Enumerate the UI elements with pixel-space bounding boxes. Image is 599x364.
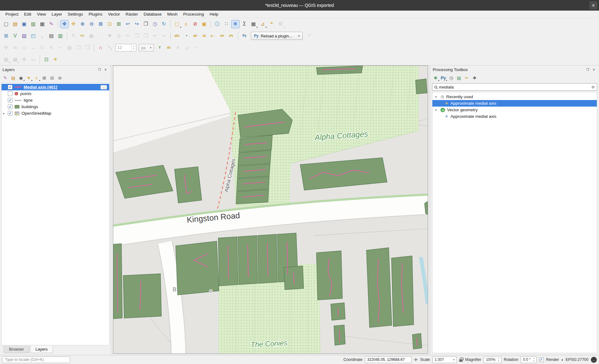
layer-row[interactable]: ✓Medial axis [401]… xyxy=(2,84,109,90)
menu-item-database[interactable]: Database xyxy=(141,11,164,17)
zoom-to-selected-layer[interactable]: ⊡ xyxy=(42,55,51,64)
digitize-with-segment[interactable]: ⋰ xyxy=(96,32,105,40)
advanced-digitizing[interactable]: ab xyxy=(164,44,173,52)
paste-style[interactable]: ❒ xyxy=(83,44,92,52)
render-checkbox[interactable]: ✓ xyxy=(539,357,544,362)
tab-browser[interactable]: Browser xyxy=(4,346,29,353)
crs-status-button[interactable]: ◐ EPSG:27700 xyxy=(562,357,588,362)
mesh-calculator[interactable]: ▦▾ xyxy=(2,55,10,64)
python-console[interactable]: Py xyxy=(240,32,249,40)
results-viewer[interactable]: ▤ xyxy=(455,74,463,82)
history[interactable]: ◷ xyxy=(447,74,455,82)
field-calculator[interactable]: ∷ xyxy=(222,20,231,28)
change-label-properties[interactable]: ✎ xyxy=(47,44,56,52)
move-label-diagram[interactable]: ↔ xyxy=(29,44,37,52)
save-layer-edits[interactable]: ▣ xyxy=(87,32,96,40)
toggle-extents-icon[interactable]: ✛ xyxy=(414,357,418,362)
menu-item-view[interactable]: View xyxy=(34,11,49,17)
paste-features[interactable]: ❒ xyxy=(142,32,150,40)
select-by-value[interactable]: ▣ xyxy=(200,20,208,28)
open-data-source-manager[interactable]: ⊞ xyxy=(2,32,10,40)
move-mesh-item[interactable]: ✥ xyxy=(20,55,28,64)
pan-to-selection[interactable]: ✜ xyxy=(69,20,78,28)
window-close-button[interactable]: ✕ xyxy=(589,1,597,9)
messages-icon[interactable]: … xyxy=(591,357,597,363)
zoom-next[interactable]: ↪ xyxy=(133,20,141,28)
coordinate-input[interactable] xyxy=(367,357,409,362)
snapping-magnet[interactable]: ∩ xyxy=(96,44,105,52)
tab-layers[interactable]: Layers xyxy=(30,346,53,353)
spin-down-icon[interactable]: ▾ xyxy=(533,360,534,362)
whats-this-help[interactable]: ? xyxy=(305,32,313,40)
layer-edit-badge[interactable]: … xyxy=(100,85,107,89)
zoom-last[interactable]: ↩ xyxy=(124,20,132,28)
vertex-tool[interactable]: ✚ xyxy=(105,32,114,40)
copy-style[interactable]: ❐ xyxy=(74,44,83,52)
zoom-to-layer[interactable]: ⊞ xyxy=(114,20,123,28)
trim-extend[interactable]: ✕ xyxy=(173,44,182,52)
float-panel-icon[interactable]: ❐ xyxy=(97,67,102,72)
temporal-controller[interactable]: ◷ xyxy=(151,20,159,28)
font-size-input[interactable]: 12▴▾ xyxy=(115,44,136,51)
reload-plugin-select[interactable]: PyReload a plugin...▾ xyxy=(251,32,303,40)
scale-combo[interactable]: 1:307 ▾ xyxy=(432,357,457,363)
zoom-out[interactable]: ⊖ xyxy=(87,20,96,28)
pin-unpin-labels[interactable]: ab xyxy=(191,32,199,40)
delete-selected[interactable]: ⊘ xyxy=(114,32,123,40)
toolbox-search-input[interactable] xyxy=(439,85,589,89)
toggle-label-visibility[interactable]: ▭ xyxy=(20,44,28,52)
spin-down-icon[interactable]: ▾ xyxy=(133,48,134,50)
pan-map[interactable]: ✥ xyxy=(60,20,69,28)
zoom-to-selection[interactable]: ⊡ xyxy=(105,20,114,28)
clear-search-icon[interactable]: ⊗ xyxy=(591,84,595,89)
locate-input[interactable] xyxy=(2,357,70,363)
menu-item-project[interactable]: Project xyxy=(2,11,21,17)
add-vector-layer[interactable]: V xyxy=(11,32,19,40)
undo[interactable]: ↩ xyxy=(151,32,159,40)
georeferencer[interactable]: ✳ xyxy=(51,55,60,64)
nominatim-search[interactable]: ❂▾ xyxy=(276,20,285,28)
spinner-arrows-icon[interactable]: ▴▾ xyxy=(131,44,136,51)
new-project[interactable]: ▢ xyxy=(2,20,10,28)
expander-icon[interactable]: ▾ xyxy=(435,95,438,98)
layer-labeling[interactable]: abc xyxy=(173,32,181,40)
toggle-editing[interactable]: ✏ xyxy=(78,32,87,40)
layer-row[interactable]: ▸✓OpenStreetMap xyxy=(2,110,109,117)
save-project[interactable]: ▣ xyxy=(20,20,28,28)
scripts[interactable]: Py▾ xyxy=(440,74,447,82)
map-tips[interactable]: ❝ xyxy=(267,20,276,28)
options[interactable]: ❖ xyxy=(471,74,478,82)
attribute-table[interactable]: ▦▾ xyxy=(249,20,258,28)
models[interactable]: ❋▾ xyxy=(432,74,439,82)
toolbox-algorithm[interactable]: ✳Approximate medial axis xyxy=(432,100,597,107)
toolbox-group[interactable]: ▾QVector geometry xyxy=(432,107,597,113)
select-mesh-item[interactable]: ▭ xyxy=(29,55,37,64)
spin-up-icon[interactable]: ▴ xyxy=(133,45,134,48)
spin-up-icon[interactable]: ▴ xyxy=(498,357,499,360)
menu-item-vector[interactable]: Vector xyxy=(105,11,123,17)
spin-up-icon[interactable]: ▴ xyxy=(533,357,534,360)
copy-features[interactable]: ❐ xyxy=(133,32,141,40)
label-mask[interactable]: ▧ xyxy=(65,44,74,52)
expander-icon[interactable]: ▾ xyxy=(435,108,438,112)
pin-labels[interactable]: ✜ xyxy=(2,44,10,52)
layer-visibility-checkbox[interactable]: ✓ xyxy=(8,85,12,89)
current-edits[interactable]: ✎ xyxy=(69,32,78,40)
filter-legend[interactable]: ▼▾ xyxy=(25,74,32,82)
toolbox-group[interactable]: ▾◷Recently used xyxy=(432,93,597,100)
menu-item-processing[interactable]: Processing xyxy=(180,11,207,17)
style-manager[interactable]: ✎ xyxy=(47,20,56,28)
simplify-feature[interactable]: ≈ xyxy=(192,44,200,52)
move-label[interactable]: a↔ xyxy=(209,32,217,40)
menu-item-raster[interactable]: Raster xyxy=(123,11,141,17)
font-unit-select[interactable]: px▾ xyxy=(139,44,154,51)
expander-icon[interactable]: ▸ xyxy=(3,112,5,115)
db-manager[interactable]: ▤ xyxy=(47,32,56,40)
layer-row[interactable]: ✓ligne xyxy=(2,97,109,103)
add-virtual-layer[interactable]: ▥ xyxy=(56,32,65,40)
lock-scale-icon[interactable] xyxy=(459,359,463,362)
snapping-options[interactable]: ⋱ xyxy=(105,44,114,52)
new-print-layout[interactable]: ▥ xyxy=(29,20,37,28)
redo[interactable]: ↪ xyxy=(160,32,168,40)
highlight-pinned-labels[interactable]: ab xyxy=(200,32,208,40)
